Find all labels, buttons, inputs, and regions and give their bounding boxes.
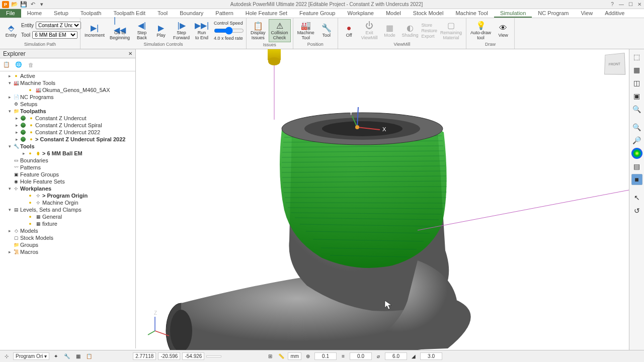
qat-dropdown-icon[interactable]: ▾ [38,1,45,8]
maximize-button[interactable]: ☐ [626,0,635,9]
thk-icon[interactable]: ≡ [339,352,348,361]
rainbow-shade-icon[interactable] [631,148,642,159]
go-beginning-button[interactable]: |◀◀Go to Beginning [108,20,132,42]
status-btn4[interactable]: 📋 [85,352,94,361]
workplane-icon[interactable]: ⊹ [2,352,11,361]
node-active[interactable]: Active [20,72,35,79]
zoom-out-icon[interactable]: 🔎 [631,135,642,146]
tab-pattern[interactable]: Pattern [209,9,239,18]
tab-additive[interactable]: Additive [599,9,630,18]
explorer-tab2[interactable]: 🌐 [14,60,23,69]
node-models[interactable]: Models [20,227,38,234]
position-tool-button[interactable]: 🔧Tool [317,22,336,39]
view-cube[interactable]: FRONT [604,53,625,75]
top-view-icon[interactable]: ▦ [631,64,642,75]
node-tp2[interactable]: Constant Z Undercut Spiral [35,122,102,129]
iso-view-icon[interactable]: ⬚ [631,51,642,62]
draw-view-button[interactable]: 👁View [494,22,512,39]
node-general[interactable]: General [42,213,62,220]
rotate-icon[interactable]: ↺ [631,205,642,216]
increment-button[interactable]: ▶|Increment [83,22,107,39]
save-icon[interactable]: 💾 [20,1,27,8]
node-tp4[interactable]: > Constant Z Undercut Spiral 2022 [35,136,125,143]
tab-view[interactable]: View [575,9,599,18]
node-patterns[interactable]: Patterns [20,164,41,171]
node-tp3[interactable]: Constant Z Undercut 2022 [35,129,100,136]
tab-feature-group[interactable]: Feature Group [293,9,342,18]
plain-shade-icon[interactable]: ■ [631,174,642,185]
node-wp2[interactable]: Machine Orgin [42,199,78,206]
explorer-close-button[interactable]: ✕ [128,51,132,56]
node-fixture[interactable]: fixture [42,220,57,227]
node-wp1[interactable]: > Program Origin [42,192,88,199]
wireframe-icon[interactable]: ▤ [631,161,642,172]
node-hfs[interactable]: Hole Feature Sets [20,178,65,185]
ruler-icon[interactable]: 📏 [277,352,286,361]
tab-toolpath[interactable]: Toolpath [74,9,108,18]
node-boundaries[interactable]: Boundaries [20,157,48,164]
help-button[interactable]: ? [608,0,617,9]
node-stock[interactable]: Stock Models [20,234,53,241]
node-fgroups[interactable]: Feature Groups [20,171,59,178]
close-button[interactable]: ✕ [635,0,644,9]
tab-file[interactable]: File [0,9,21,18]
explorer-tab1[interactable]: 📋 [2,60,11,69]
tip-rad[interactable]: 3.0 [420,352,442,360]
tip-icon[interactable]: ◢ [409,352,418,361]
node-okuma[interactable]: Okuma_Genos_M460_5AX [42,86,110,94]
tab-machine-tool[interactable]: Machine Tool [449,9,494,18]
explorer-delete[interactable]: 🗑 [26,60,35,69]
zoom-in-icon[interactable]: 🔍 [631,122,642,133]
block-view-icon[interactable]: ▣ [631,90,642,102]
diameter[interactable]: 6.0 [385,352,407,360]
tool-select[interactable]: 6 MM Ball EM [32,31,77,39]
cursor-icon[interactable]: ↖ [631,192,642,203]
tab-simulation[interactable]: Simulation [494,9,532,18]
node-machine-tools[interactable]: Machine Tools [20,79,55,86]
tab-tool[interactable]: Tool [151,9,174,18]
tab-stock-model[interactable]: Stock Model [407,9,450,18]
node-groups[interactable]: Groups [20,241,38,248]
node-tool1[interactable]: > 6 MM Ball EM [42,150,83,157]
entity-select[interactable]: Constant Z Undercut Sp [36,22,81,29]
node-lsc[interactable]: Levels, Sets and Clamps [20,206,82,213]
entity-button[interactable]: ⬘ Entity [2,22,20,39]
step-forward-button[interactable]: |▶Step Forward [171,20,192,42]
node-nc[interactable]: NC Programs [20,94,54,101]
explorer-tree[interactable]: ▸●Active ▾🏭Machine Tools ●🏭Okuma_Genos_M… [0,71,135,348]
tab-home[interactable]: Home [21,9,48,18]
dia-icon[interactable]: ⌀ [374,352,383,361]
node-macros[interactable]: Macros [20,248,38,255]
status-btn1[interactable]: ✦ [51,352,60,361]
tol-icon[interactable]: ⊕ [303,352,312,361]
display-issues-button[interactable]: 📋Display Issues [249,20,268,42]
tab-nc-program[interactable]: NC Program [532,9,575,18]
undo-icon[interactable]: ↶ [29,1,36,8]
tab-boundary[interactable]: Boundary [174,9,209,18]
minimize-button[interactable]: — [617,0,626,9]
tab-hole-feature-set[interactable]: Hole Feature Set [239,9,293,18]
play-button[interactable]: ▶Play [152,22,170,39]
node-workplanes[interactable]: Workplanes [20,185,51,192]
node-tp1[interactable]: Constant Z Undercut [35,115,87,122]
collision-check-button[interactable]: ⚠Collision Check [269,19,291,42]
node-toolpaths[interactable]: Toolpaths [20,108,46,115]
node-tools[interactable]: Tools [20,143,35,150]
tab-model[interactable]: Model [380,9,407,18]
tab-setup[interactable]: Setup [48,9,74,18]
status-btn3[interactable]: ▦ [73,352,83,361]
speed-slider[interactable] [214,27,244,35]
tolerance[interactable]: 0.1 [314,352,337,360]
node-setups[interactable]: Setups [20,101,37,108]
unit-combo[interactable]: mm [288,352,301,360]
tab-workplane[interactable]: Workplane [341,9,379,18]
status-btn2[interactable]: 🔧 [62,352,71,361]
thickness[interactable]: 0.0 [350,352,372,360]
open-file-icon[interactable]: 📂 [11,1,18,8]
machine-tool-button[interactable]: 🏭Machine Tool [295,20,316,42]
viewmill-off-button[interactable]: ●Off [340,22,358,39]
auto-draw-tool-button[interactable]: 💡Auto-draw tool [468,20,493,42]
viewport-3d[interactable]: X Y Z Z FRONT [136,49,629,350]
workplane-combo[interactable]: Program Ori ▾ [13,352,49,360]
grid-icon[interactable]: ⊞ [266,352,275,361]
